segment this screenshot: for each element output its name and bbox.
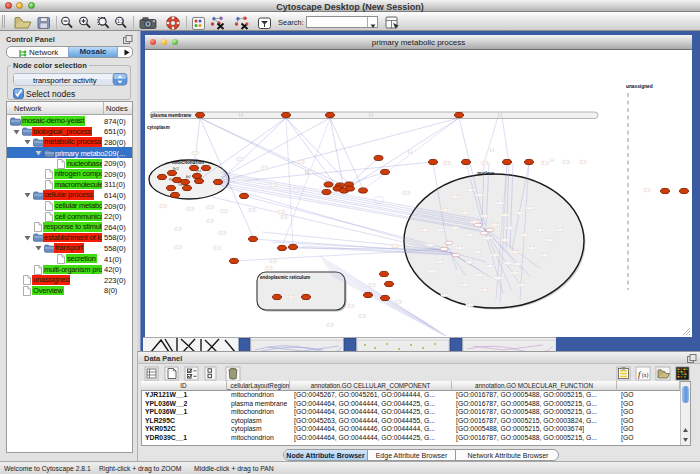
svg-text:(··-·): (··-·) bbox=[237, 179, 242, 183]
svg-text:(··-·): (··-·) bbox=[214, 246, 219, 250]
svg-text:unassigned: unassigned bbox=[626, 84, 653, 89]
svg-text:(··-·): (··-·) bbox=[221, 209, 226, 213]
svg-text:(··-·): (··-·) bbox=[475, 250, 480, 254]
svg-text:(··-·): (··-·) bbox=[437, 228, 442, 232]
svg-text:(··-·): (··-·) bbox=[527, 206, 532, 210]
svg-text:(··-·): (··-·) bbox=[462, 283, 467, 287]
svg-text:mitochondrion: mitochondrion bbox=[172, 160, 204, 165]
svg-text:endoplasmic reticulum: endoplasmic reticulum bbox=[260, 275, 310, 280]
svg-text:(··-·): (··-·) bbox=[192, 151, 197, 155]
svg-text:(··-·): (··-·) bbox=[482, 161, 487, 165]
svg-text:(··-·): (··-·) bbox=[515, 262, 520, 266]
svg-text:(··-·): (··-·) bbox=[519, 283, 524, 287]
svg-text:(··-·): (··-·) bbox=[187, 207, 192, 211]
svg-text:[--]: [--] bbox=[490, 148, 494, 152]
svg-text:(··-·): (··-·) bbox=[219, 231, 224, 235]
svg-text:(··-·): (··-·) bbox=[487, 264, 492, 268]
svg-text:[--]: [--] bbox=[498, 113, 502, 117]
svg-text:(··-·): (··-·) bbox=[427, 243, 432, 247]
svg-text:(··-·): (··-·) bbox=[482, 288, 487, 292]
svg-text:transporter activity: transporter activity bbox=[33, 76, 97, 85]
svg-text:[--]: [--] bbox=[408, 150, 412, 154]
svg-text:(··-·): (··-·) bbox=[505, 261, 510, 265]
svg-text:(··-·): (··-·) bbox=[467, 188, 472, 192]
svg-text:(··-·): (··-·) bbox=[507, 226, 512, 230]
svg-text:(··-·): (··-·) bbox=[237, 157, 242, 161]
svg-text:Ax3: Ax3 bbox=[186, 175, 191, 179]
svg-text:(··-·): (··-·) bbox=[359, 314, 364, 318]
svg-text:(··-·): (··-·) bbox=[293, 188, 298, 192]
svg-text:(··-·): (··-·) bbox=[542, 161, 547, 165]
svg-text:(··-·): (··-·) bbox=[288, 295, 293, 299]
svg-text:(··-·): (··-·) bbox=[495, 276, 500, 280]
svg-text:(··-·): (··-·) bbox=[437, 260, 442, 264]
svg-text:(··-·): (··-·) bbox=[497, 201, 502, 205]
svg-text:(··-·): (··-·) bbox=[644, 188, 649, 192]
svg-text:(··-·): (··-·) bbox=[512, 250, 517, 254]
svg-text:(··-·): (··-·) bbox=[563, 160, 568, 164]
svg-text:(··-·): (··-·) bbox=[207, 205, 212, 209]
svg-text:(··-·): (··-·) bbox=[492, 253, 497, 257]
svg-text:(··-·): (··-·) bbox=[270, 183, 275, 187]
svg-text:(··-·): (··-·) bbox=[262, 166, 267, 170]
svg-text:(··-·): (··-·) bbox=[298, 160, 303, 164]
svg-text:(··-·): (··-·) bbox=[395, 300, 400, 304]
svg-text:(··-·): (··-·) bbox=[467, 233, 472, 237]
svg-text:[--]: [--] bbox=[239, 113, 243, 117]
svg-text:(··-·): (··-·) bbox=[270, 259, 275, 263]
svg-text:[--]: [--] bbox=[369, 113, 373, 117]
svg-text:(··-·): (··-·) bbox=[467, 260, 472, 264]
svg-text:(··-·): (··-·) bbox=[482, 214, 487, 218]
svg-text:(··-·): (··-·) bbox=[348, 304, 353, 308]
svg-text:(··-·): (··-·) bbox=[444, 161, 449, 165]
svg-text:(··-·): (··-·) bbox=[452, 226, 457, 230]
svg-text:(··-·): (··-·) bbox=[442, 293, 447, 297]
svg-text:[--]: [--] bbox=[305, 170, 309, 174]
svg-text:(··-·): (··-·) bbox=[467, 303, 472, 307]
svg-text:(··-·): (··-·) bbox=[452, 195, 457, 199]
svg-text:(··-·): (··-·) bbox=[249, 208, 254, 212]
svg-text:(··-·): (··-·) bbox=[327, 323, 332, 327]
svg-text:(··-·): (··-·) bbox=[278, 210, 283, 214]
svg-text:(··-·): (··-·) bbox=[392, 244, 397, 248]
svg-text:(··-·): (··-·) bbox=[266, 266, 271, 270]
svg-text:(··-·): (··-·) bbox=[422, 228, 427, 232]
svg-text:(x): (x) bbox=[642, 372, 649, 379]
svg-text:(··-·): (··-·) bbox=[403, 191, 408, 195]
svg-text:(··-·): (··-·) bbox=[502, 238, 507, 242]
svg-text:(··-·): (··-·) bbox=[522, 233, 527, 237]
svg-text:(··-·): (··-·) bbox=[502, 213, 507, 217]
svg-text:plasma membrane: plasma membrane bbox=[151, 113, 192, 118]
svg-text:(··-·): (··-·) bbox=[429, 269, 434, 273]
svg-text:(··-·): (··-·) bbox=[369, 283, 374, 287]
svg-text:nucleus: nucleus bbox=[477, 171, 495, 176]
svg-text:(··-·): (··-·) bbox=[512, 271, 517, 275]
svg-text:(··-·): (··-·) bbox=[557, 228, 562, 232]
svg-text:(··-·): (··-·) bbox=[442, 208, 447, 212]
svg-text:(··-·): (··-·) bbox=[542, 253, 547, 257]
svg-text:(··-·): (··-·) bbox=[529, 246, 534, 250]
svg-text:(··-·): (··-·) bbox=[160, 204, 165, 208]
svg-text:(··-·): (··-·) bbox=[281, 215, 286, 219]
svg-text:(··-·): (··-·) bbox=[462, 211, 467, 215]
svg-text:(··-·): (··-·) bbox=[457, 246, 462, 250]
svg-text:(··-·): (··-·) bbox=[477, 193, 482, 197]
svg-text:(··-·): (··-·) bbox=[175, 227, 180, 231]
svg-text:(··-·): (··-·) bbox=[537, 228, 542, 232]
svg-text:(··-·): (··-·) bbox=[485, 236, 490, 240]
svg-text:(··-·): (··-·) bbox=[175, 245, 180, 249]
svg-text:[--]: [--] bbox=[550, 158, 554, 162]
svg-text:(··-·): (··-·) bbox=[477, 273, 482, 277]
svg-text:(··-·): (··-·) bbox=[207, 219, 212, 223]
svg-text:(··-·): (··-·) bbox=[580, 160, 585, 164]
svg-text:(··-·): (··-·) bbox=[517, 211, 522, 215]
svg-text:1:1: 1:1 bbox=[117, 19, 124, 24]
svg-text:(··-·): (··-·) bbox=[547, 238, 552, 242]
svg-text:(··-·): (··-·) bbox=[492, 223, 497, 227]
svg-text:cytoplasm: cytoplasm bbox=[147, 125, 170, 130]
